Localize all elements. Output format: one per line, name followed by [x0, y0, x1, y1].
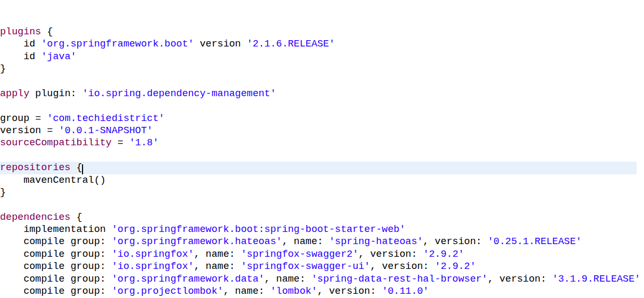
plain-token: {: [70, 162, 82, 173]
keyword-token: dependencies: [0, 212, 70, 223]
plain-token: compile group:: [0, 236, 112, 247]
code-line[interactable]: plugins {: [0, 26, 644, 38]
string-token: 'org.springframework.boot': [41, 39, 194, 50]
plain-token: id: [0, 51, 41, 62]
plain-token: mavenCentral(): [0, 175, 106, 186]
string-token: 'spring-hateoas': [329, 236, 423, 247]
keyword-token: plugins: [0, 26, 41, 38]
string-token: '0.11.0': [382, 286, 429, 297]
string-token: 'org.springframework.boot:spring-boot-st…: [112, 224, 405, 235]
string-token: 'org.springframework.hateoas': [112, 236, 282, 247]
plain-token: , version:: [370, 261, 434, 272]
string-token: '2.9.2': [435, 261, 476, 272]
plain-token: {: [70, 212, 82, 223]
code-line[interactable]: version = '0.0.1-SNAPSHOT': [0, 125, 644, 137]
code-editor[interactable]: plugins { id 'org.springframework.boot' …: [0, 0, 644, 298]
plain-token: }: [0, 63, 6, 74]
plain-token: =: [112, 137, 129, 148]
code-line[interactable]: }: [0, 187, 644, 199]
code-line[interactable]: sourceCompatibility = '1.8': [0, 137, 644, 149]
plain-token: compile group:: [0, 274, 112, 285]
code-line[interactable]: [0, 199, 644, 211]
plain-token: , name:: [194, 249, 241, 260]
plain-token: , version:: [487, 274, 552, 285]
code-line[interactable]: group = 'com.techiedistrict': [0, 113, 644, 125]
string-token: 'spring-data-rest-hal-browser': [311, 274, 487, 285]
plain-token: , version:: [318, 286, 382, 297]
string-token: 'springfox-swagger-ui': [241, 261, 370, 272]
string-token: '0.0.1-SNAPSHOT': [59, 125, 153, 136]
code-line[interactable]: compile group: 'io.springfox', name: 'sp…: [0, 248, 644, 260]
code-line[interactable]: dependencies {: [0, 211, 644, 224]
plain-token: , version:: [358, 249, 423, 260]
plain-token: implementation: [0, 224, 112, 235]
plain-token: }: [0, 187, 6, 198]
string-token: 'org.projectlombok': [112, 286, 223, 297]
plain-token: compile group:: [0, 249, 112, 260]
code-line[interactable]: id 'java': [0, 51, 644, 63]
string-token: '3.1.9.RELEASE': [552, 274, 641, 285]
string-token: 'springfox-swagger2': [241, 249, 358, 260]
plain-token: , name:: [265, 274, 312, 285]
code-line[interactable]: [0, 75, 644, 87]
string-token: 'io.spring.dependency-management': [82, 88, 276, 99]
text-caret: [82, 164, 83, 174]
plain-token: , version:: [423, 236, 487, 247]
plain-token: id: [0, 39, 41, 50]
code-line[interactable]: apply plugin: 'io.spring.dependency-mana…: [0, 88, 644, 100]
code-line[interactable]: [0, 100, 644, 112]
keyword-token: repositories: [0, 162, 70, 173]
string-token: '2.1.6.RELEASE': [247, 39, 335, 50]
plain-token: {: [41, 26, 53, 38]
string-token: 'java': [41, 51, 77, 62]
string-token: 'io.springfox': [112, 261, 194, 272]
string-token: '1.8': [129, 137, 159, 148]
keyword-token: sourceCompatibility: [0, 137, 112, 148]
string-token: '2.9.2': [423, 249, 464, 260]
string-token: 'lombok': [270, 286, 318, 297]
code-line[interactable]: }: [0, 63, 644, 75]
code-line[interactable]: implementation 'org.springframework.boot…: [0, 224, 644, 236]
string-token: 'org.springframework.data': [112, 274, 265, 285]
plain-token: , name:: [223, 286, 270, 297]
code-line-current[interactable]: repositories {: [0, 162, 644, 174]
code-area: plugins { id 'org.springframework.boot' …: [0, 26, 644, 298]
string-token: '0.25.1.RELEASE': [487, 236, 582, 247]
keyword-token: apply: [0, 88, 30, 99]
plain-token: group =: [0, 113, 47, 124]
plain-token: compile group:: [0, 286, 112, 297]
code-line[interactable]: id 'org.springframework.boot' version '2…: [0, 38, 644, 50]
code-line[interactable]: compile group: 'org.projectlombok', name…: [0, 285, 644, 297]
code-line[interactable]: mavenCentral(): [0, 174, 644, 187]
plain-token: version: [194, 39, 247, 50]
code-line[interactable]: compile group: 'org.springframework.hate…: [0, 236, 644, 248]
plain-token: version =: [0, 125, 59, 136]
code-line[interactable]: compile group: 'io.springfox', name: 'sp…: [0, 260, 644, 273]
code-line[interactable]: [0, 150, 644, 162]
code-line[interactable]: compile group: 'org.springframework.data…: [0, 273, 644, 285]
plain-token: , name:: [282, 236, 329, 247]
string-token: 'com.techiedistrict': [47, 113, 165, 124]
plain-token: compile group:: [0, 261, 112, 272]
plain-token: plugin:: [30, 88, 83, 99]
string-token: 'io.springfox': [112, 249, 194, 260]
plain-token: , name:: [194, 261, 241, 272]
